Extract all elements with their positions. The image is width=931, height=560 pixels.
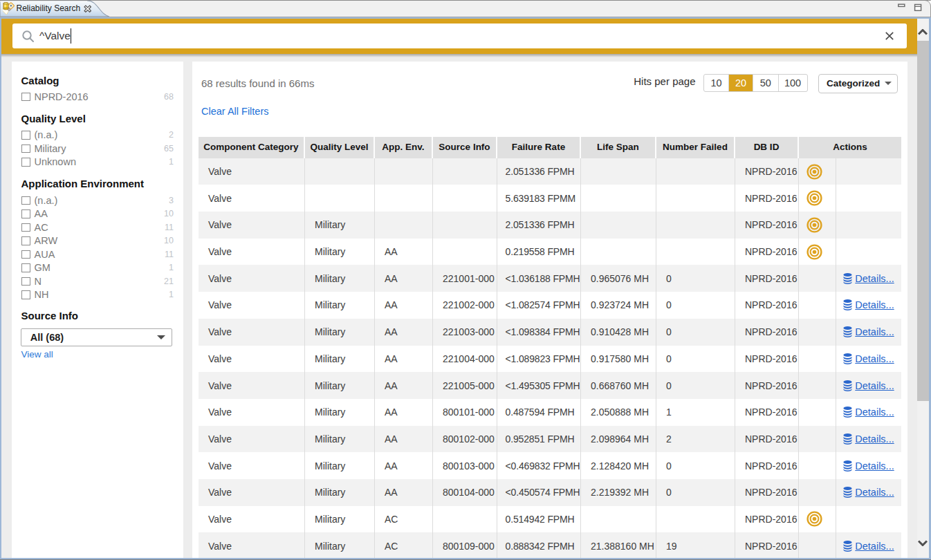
- maximize-icon[interactable]: [915, 5, 921, 11]
- filter-item-unknown[interactable]: Unknown1: [21, 156, 174, 169]
- hits-option-20[interactable]: 20: [728, 75, 753, 91]
- checkbox[interactable]: [21, 196, 30, 205]
- cell-app-env: AA: [375, 399, 433, 426]
- checkbox[interactable]: [21, 263, 30, 272]
- checkbox[interactable]: [21, 223, 30, 232]
- hits-option-100[interactable]: 100: [778, 75, 807, 91]
- table-row: ValveMilitaryAA221004-000<1.089823 FPMH0…: [199, 346, 901, 373]
- cell-failure-rate: <1.089823 FPMH: [497, 346, 581, 373]
- cell-app-env: AA: [375, 239, 433, 265]
- filter-item--n-a-[interactable]: (n.a.)2: [21, 129, 174, 142]
- hits-option-50[interactable]: 50: [753, 75, 778, 91]
- cell-db-id: NPRD-2016: [735, 239, 799, 265]
- cell-action-details: Details...: [836, 399, 901, 426]
- tab-close-icon[interactable]: [84, 5, 92, 13]
- cell-action-details: Details...: [836, 265, 901, 292]
- filter-count: 2: [169, 129, 174, 142]
- details-link[interactable]: Details...: [843, 326, 894, 337]
- filter-item-aua[interactable]: AUA11: [21, 248, 174, 262]
- table-row: ValveMilitaryAA0.219558 FPMHNPRD-2016: [199, 239, 901, 265]
- cell-number-failed: 0: [656, 346, 735, 373]
- cell-number-failed: 0: [656, 479, 735, 506]
- scroll-up-icon[interactable]: [918, 29, 928, 35]
- cell-action-details: Details...: [836, 372, 901, 399]
- cell-db-id: NPRD-2016: [735, 265, 799, 292]
- checkbox[interactable]: [21, 93, 30, 102]
- filter-count: 3: [169, 194, 174, 208]
- target-icon[interactable]: [806, 217, 822, 233]
- cell-quality-level: Military: [305, 319, 375, 346]
- details-link[interactable]: Details...: [843, 487, 894, 498]
- source-info-dropdown[interactable]: All (68): [21, 328, 173, 346]
- filter-item-nh[interactable]: NH1: [21, 288, 174, 302]
- checkbox[interactable]: [21, 144, 30, 153]
- cell-source-info: 800104-000: [433, 479, 497, 506]
- cell-app-env: AC: [375, 532, 433, 557]
- filter-item-gm[interactable]: GM1: [21, 261, 174, 275]
- cell-component-category: Valve: [199, 372, 305, 399]
- target-icon[interactable]: [806, 511, 822, 527]
- filter-item-aa[interactable]: AA10: [21, 207, 174, 221]
- filter-item-ac[interactable]: AC11: [21, 221, 174, 235]
- checkbox[interactable]: [21, 290, 30, 299]
- target-icon[interactable]: [806, 190, 822, 206]
- checkbox[interactable]: [21, 131, 30, 140]
- filter-label: Military: [35, 142, 66, 156]
- cell-life-span: 0.910428 MH: [581, 319, 656, 346]
- cell-source-info: 800102-000: [433, 426, 497, 453]
- target-icon[interactable]: [806, 244, 822, 260]
- scrollbar-thumb[interactable]: [917, 41, 930, 401]
- details-link[interactable]: Details...: [843, 273, 894, 284]
- minimize-icon[interactable]: [898, 4, 905, 6]
- clear-all-filters-link[interactable]: Clear All Filters: [201, 106, 269, 117]
- filter-item-arw[interactable]: ARW10: [21, 234, 174, 248]
- search-input[interactable]: ^Valve: [12, 24, 907, 48]
- filter-item-military[interactable]: Military65: [21, 142, 174, 156]
- filter-label: (n.a.): [35, 129, 58, 142]
- cell-quality-level: Military: [305, 265, 375, 292]
- filter-item-n[interactable]: N21: [21, 275, 174, 289]
- cell-life-span: 0.917580 MH: [581, 346, 656, 373]
- cell-db-id: NPRD-2016: [735, 212, 799, 239]
- cell-life-span: 0.668760 MH: [581, 372, 656, 399]
- details-link[interactable]: Details...: [843, 433, 894, 445]
- details-link[interactable]: Details...: [843, 299, 894, 310]
- column-header-actions: Actions: [799, 137, 901, 158]
- details-link[interactable]: Details...: [843, 353, 894, 364]
- details-link[interactable]: Details...: [843, 541, 894, 552]
- column-header-failure-rate: Failure Rate: [497, 137, 581, 158]
- table-row: ValveMilitaryAA221001-000<1.036188 FPMH0…: [199, 265, 901, 292]
- vertical-scrollbar[interactable]: [917, 19, 930, 558]
- clear-search-icon[interactable]: [885, 31, 894, 41]
- cell-app-env: [375, 185, 433, 212]
- cell-action-details: [836, 158, 901, 185]
- filter-count: 21: [164, 275, 174, 289]
- filter-item-nprd-2016[interactable]: NPRD-201668: [21, 91, 174, 104]
- target-icon[interactable]: [806, 164, 822, 180]
- cell-action-icon: [799, 239, 836, 265]
- details-link[interactable]: Details...: [843, 380, 894, 391]
- cell-failure-rate: 0.219558 FPMH: [497, 239, 581, 265]
- scroll-down-icon[interactable]: [918, 540, 928, 546]
- checkbox[interactable]: [21, 158, 30, 167]
- checkbox[interactable]: [21, 209, 30, 218]
- details-link[interactable]: Details...: [843, 407, 894, 418]
- hits-option-10[interactable]: 10: [704, 75, 728, 91]
- details-label: Details...: [855, 326, 894, 337]
- tab-reliability-search[interactable]: Reliability Search: [0, 0, 119, 17]
- checkbox[interactable]: [21, 250, 30, 259]
- details-link[interactable]: Details...: [843, 460, 894, 472]
- cell-number-failed: 2: [656, 426, 735, 453]
- cell-app-env: AA: [375, 265, 433, 292]
- filter-item--n-a-[interactable]: (n.a.)3: [21, 194, 174, 208]
- results-table: Component CategoryQuality LevelApp. Env.…: [199, 137, 901, 557]
- checkbox[interactable]: [21, 236, 30, 245]
- cell-quality-level: [305, 158, 375, 185]
- details-label: Details...: [855, 541, 894, 552]
- cell-number-failed: [656, 239, 735, 265]
- checkbox[interactable]: [21, 277, 30, 286]
- view-all-link[interactable]: View all: [21, 349, 53, 360]
- view-mode-dropdown[interactable]: Categorized: [818, 74, 898, 93]
- cell-number-failed: [656, 185, 735, 212]
- cell-component-category: Valve: [199, 265, 305, 292]
